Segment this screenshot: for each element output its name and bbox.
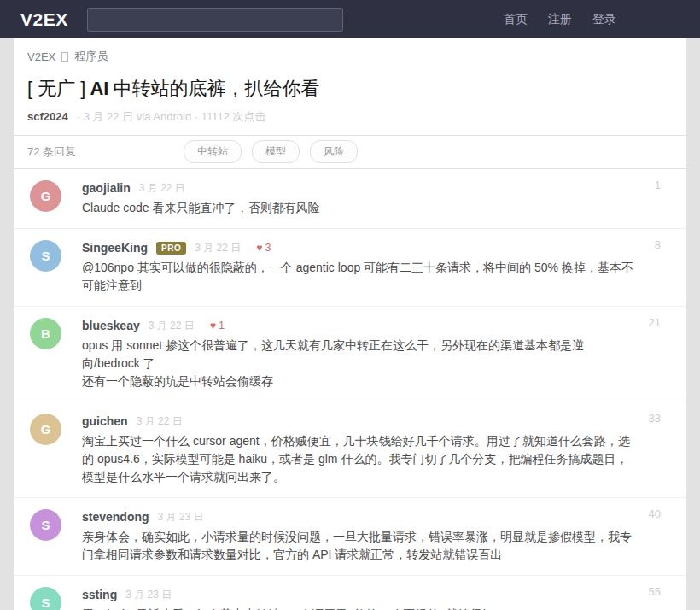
comment-text: @106npo 其实可以做的很隐蔽的，一个 agentic loop 可能有二三… — [82, 259, 637, 295]
breadcrumb-root[interactable]: V2EX — [27, 50, 55, 63]
comment-head: ssting PRO 3 月 23 日 ♥ — [82, 587, 637, 603]
username-link[interactable]: blueskeay — [82, 319, 140, 332]
reply-count: 72 条回复 — [27, 144, 184, 160]
tag-fengxian[interactable]: 风险 — [310, 140, 358, 163]
comment-text: 淘宝上买过一个什么 cursor agent，价格贼便宜，几十块钱给好几千个请求… — [82, 432, 637, 486]
top-nav: 首页 注册 登录 — [504, 12, 616, 27]
content-card: V2EX 程序员 [ 无广 ]AI中转站的底裤，扒给你看 scf2024· 3 … — [14, 38, 686, 610]
v2ex-logo[interactable]: V2EX — [20, 9, 68, 30]
breadcrumb-node[interactable]: 程序员 — [74, 49, 108, 64]
floor-number: 1 — [655, 179, 661, 191]
floor-number: 21 — [649, 316, 661, 329]
username-link[interactable]: gaojialin — [82, 181, 131, 195]
comment-body: ssting PRO 3 月 23 日 ♥ 用了好多, 最近也看了好多基本中转站… — [82, 587, 637, 610]
title-emphasis: AI — [90, 78, 108, 99]
comment-date: 3 月 22 日 — [137, 414, 183, 429]
like-count: 3 — [265, 242, 271, 254]
heart-icon: ♥ — [256, 242, 262, 254]
site-header: V2EX 首页 注册 登录 — [0, 0, 700, 38]
avatar[interactable]: B — [30, 318, 61, 349]
breadcrumb: V2EX 程序员 — [27, 49, 673, 64]
tag-row: 中转站 模型 风险 — [184, 140, 358, 163]
comment-date: 3 月 23 日 — [125, 588, 172, 602]
comment-body: stevendong PRO 3 月 23 日 ♥ 亲身体会，确实如此，小请求量… — [82, 509, 637, 564]
comment-body: guichen PRO 3 月 22 日 ♥ 淘宝上买过一个什么 cursor … — [82, 414, 637, 486]
comment-head: blueskeay PRO 3 月 22 日 ♥ 1 — [82, 318, 637, 334]
comment-date: 3 月 22 日 — [195, 241, 241, 255]
comment-head: gaojialin PRO 3 月 22 日 ♥ — [82, 180, 637, 196]
comment-list: G 1 gaojialin PRO 3 月 22 日 ♥ Claude code… — [14, 169, 686, 610]
comment-text: opus 用 sonnet 掺这个很普遍了，这几天就有几家中转正在这么干，另外现… — [82, 337, 637, 390]
comment-item: S 40 stevendong PRO 3 月 23 日 ♥ 亲身体会，确实如此… — [14, 497, 686, 575]
comment-date: 3 月 22 日 — [139, 181, 185, 196]
username-link[interactable]: ssting — [82, 588, 117, 601]
nav-register[interactable]: 注册 — [548, 12, 572, 27]
tag-moxing[interactable]: 模型 — [252, 140, 300, 163]
comment-item: S 55 ssting PRO 3 月 23 日 ♥ 用了好多, 最近也看了好多… — [14, 575, 686, 610]
title-suffix: 中转站的底裤，扒给你看 — [113, 78, 319, 99]
comment-date: 3 月 23 日 — [158, 510, 204, 525]
page-title: [ 无广 ]AI中转站的底裤，扒给你看 — [27, 77, 673, 101]
comment-head: guichen PRO 3 月 22 日 ♥ — [82, 414, 637, 430]
comment-item: B 21 blueskeay PRO 3 月 22 日 ♥ 1 opus 用 s… — [14, 306, 686, 402]
pro-badge: PRO — [156, 242, 186, 255]
heart-icon: ♥ — [210, 320, 216, 331]
page: V2EX 首页 注册 登录 V2EX 程序员 [ 无广 ]AI中转站的底裤，扒给… — [0, 0, 700, 610]
comment-text: 亲身体会，确实如此，小请求量的时候没问题，一旦大批量请求，错误率暴涨，明显就是掺… — [82, 528, 637, 564]
avatar[interactable]: S — [30, 240, 61, 272]
comment-item: S 8 SingeeKing PRO 3 月 22 日 ♥ 3 @106npo … — [14, 228, 686, 306]
nav-login[interactable]: 登录 — [592, 12, 616, 27]
comment-text: 用了好多, 最近也看了好多基本中转站 10 次调用里, 能给 6 次正经的, 就… — [82, 606, 637, 610]
floor-number: 8 — [655, 238, 661, 251]
tag-zhongzhuanzhan[interactable]: 中转站 — [184, 140, 242, 163]
title-prefix: [ 无广 ] — [27, 78, 85, 99]
search-input[interactable] — [87, 8, 343, 32]
comment-head: SingeeKing PRO 3 月 22 日 ♥ 3 — [82, 240, 637, 256]
reply-bar: 72 条回复 中转站 模型 风险 — [14, 136, 686, 168]
comment-date: 3 月 22 日 — [149, 319, 195, 333]
avatar[interactable]: S — [30, 509, 61, 541]
topic-header: V2EX 程序员 [ 无广 ]AI中转站的底裤，扒给你看 scf2024· 3 … — [14, 38, 686, 135]
comment-body: blueskeay PRO 3 月 22 日 ♥ 1 opus 用 sonnet… — [82, 318, 637, 390]
avatar[interactable]: G — [30, 180, 61, 212]
likes: ♥ 1 — [210, 320, 225, 331]
comment-body: gaojialin PRO 3 月 22 日 ♥ Claude code 看来只… — [82, 180, 637, 217]
breadcrumb-separator-icon — [61, 52, 68, 62]
comment-text: Claude code 看来只能直冲了，否则都有风险 — [82, 199, 637, 217]
floor-number: 40 — [649, 507, 661, 520]
topic-author[interactable]: scf2024 — [27, 110, 68, 123]
username-link[interactable]: stevendong — [82, 510, 149, 524]
nav-home[interactable]: 首页 — [504, 12, 528, 27]
comment-item: G 1 gaojialin PRO 3 月 22 日 ♥ Claude code… — [14, 169, 686, 228]
comment-body: SingeeKing PRO 3 月 22 日 ♥ 3 @106npo 其实可以… — [82, 240, 637, 295]
topic-meta-text: · 3 月 22 日 via Android · 11112 次点击 — [77, 110, 266, 123]
avatar[interactable]: S — [30, 587, 61, 610]
like-count: 1 — [219, 320, 225, 331]
username-link[interactable]: SingeeKing — [82, 241, 148, 255]
comment-head: stevendong PRO 3 月 23 日 ♥ — [82, 509, 637, 525]
username-link[interactable]: guichen — [82, 414, 128, 428]
topic-meta: scf2024· 3 月 22 日 via Android · 11112 次点… — [27, 109, 673, 125]
floor-number: 55 — [649, 585, 661, 598]
comment-item: G 33 guichen PRO 3 月 22 日 ♥ 淘宝上买过一个什么 cu… — [14, 402, 686, 497]
avatar[interactable]: G — [30, 414, 61, 445]
floor-number: 33 — [649, 412, 661, 425]
likes: ♥ 3 — [256, 242, 271, 254]
